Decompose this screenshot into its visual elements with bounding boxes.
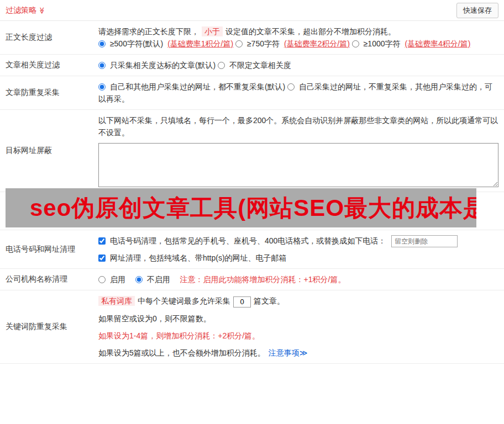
company-warning: 注意：启用此功能将增加积分消耗：+1积分/篇。 <box>180 275 346 284</box>
radio-label: ≥500字符(默认) <box>110 39 163 48</box>
row-label-dedup: 文章防重复采集 <box>0 76 98 109</box>
row-content: 私有词库中每个关键词最多允许采集篇文章。 如果留空或设为0，则不限篇数。 如果设… <box>98 290 504 363</box>
chevron-down-icon[interactable]: ≫ <box>38 7 46 14</box>
row-label-company: 公司机构名称清理 <box>0 269 98 290</box>
highlight-tag-private-lexicon: 私有词库 <box>98 296 135 306</box>
topbar: 过滤策略 ≫ 快速保存 <box>0 0 504 21</box>
row-dedup-collection: 文章防重复采集 自己和其他用户采集过的网址，都不重复采集(默认) 自己采集过的网… <box>0 76 504 110</box>
keyword-limit-text: 中每个关键词最多允许采集 <box>138 296 230 305</box>
highlight-tag-less-than: 小于 <box>202 26 223 36</box>
radio-label: 启用 <box>110 275 125 284</box>
radio-label: 只采集相关度达标的文章(默认) <box>110 61 216 70</box>
quick-save-button[interactable]: 快速保存 <box>456 3 498 18</box>
row-url-blocklist: 目标网址屏蔽 以下网站不采集，只填域名，每行一个，最多200个。系统会自动识别并… <box>0 110 504 192</box>
notes-link[interactable]: 注意事项≫ <box>269 348 308 357</box>
radio-company-on[interactable]: 启用 <box>98 275 128 284</box>
checkbox-label: 电话号码清理，包括常见的手机号、座机号、400电话格式，或替换成如下电话： <box>110 236 386 245</box>
radio-label: ≥750字符 <box>247 39 280 48</box>
blocklist-textarea[interactable] <box>98 143 498 187</box>
note-text: 如果设为5篇或以上，也不会额外增加积分消耗。 <box>98 348 265 357</box>
keyword-count-input[interactable] <box>233 296 251 308</box>
radio-length-750[interactable]: ≥750字符 (基础费率2积分/篇) <box>235 39 352 48</box>
row-label-blocklist: 目标网址屏蔽 <box>0 110 98 192</box>
radio-dedup-global[interactable]: 自己和其他用户采集过的网址，都不重复采集(默认) <box>98 82 287 91</box>
row-content-length-filter: 正文长度过滤 请选择需求的正文长度下限，小于设定值的文章不采集，超出部分不增加积… <box>0 21 504 55</box>
radio-length-500[interactable]: ≥500字符(默认) (基础费率1积分/篇) <box>98 39 235 48</box>
checkbox-url-cleanup[interactable]: 网址清理，包括纯域名、带http(s)的网址、电子邮箱 <box>98 253 287 262</box>
row-content: 只采集相关度达标的文章(默认) 不限定文章相关度 <box>98 55 504 76</box>
row-phone-url-cleanup: 电话号码和网址清理 电话号码清理，包括常见的手机号、座机号、400电话格式，或替… <box>0 230 504 269</box>
desc-text-post: 设定值的文章不采集，超出部分不增加积分消耗。 <box>225 27 396 36</box>
radio-label: 不启用 <box>147 275 170 284</box>
row-content: 自己和其他用户采集过的网址，都不重复采集(默认) 自己采集过的网址，不重复采集，… <box>98 76 504 109</box>
page-title-text: 过滤策略 <box>6 6 36 15</box>
checkbox-phone-cleanup[interactable]: 电话号码清理，包括常见的手机号、座机号、400电话格式，或替换成如下电话： <box>98 236 388 245</box>
radio-label: ≥1000字符 <box>364 39 401 48</box>
row-content: 电话号码清理，包括常见的手机号、座机号、400电话格式，或替换成如下电话： 网址… <box>98 230 504 268</box>
row-label-content-length: 正文长度过滤 <box>0 21 98 54</box>
keyword-limit-line: 私有词库中每个关键词最多允许采集篇文章。 <box>98 295 498 307</box>
radio-relevance-any[interactable]: 不限定文章相关度 <box>218 61 291 70</box>
checkbox-input-url-cleanup[interactable] <box>98 255 106 262</box>
keyword-limit-suffix: 篇文章。 <box>254 296 285 305</box>
row-label-keyword: 关键词防重复采集 <box>0 290 98 363</box>
radio-input-relevance-any[interactable] <box>218 62 225 69</box>
page-title: 过滤策略 ≫ <box>6 6 46 15</box>
radio-input-length-750[interactable] <box>235 40 243 47</box>
watermark-overlay: seo伪原创文章工具(网站SEO最大的成本是 <box>6 188 476 227</box>
content-length-desc: 请选择需求的正文长度下限，小于设定值的文章不采集，超出部分不增加积分消耗。 <box>98 25 498 38</box>
row-content: 启用 不启用 注意：启用此功能将增加积分消耗：+1积分/篇。 <box>98 269 504 290</box>
row-content: 以下网站不采集，只填域名，每行一个，最多200个。系统会自动识别并屏蔽那些非文章… <box>98 110 504 192</box>
checkbox-input-phone-cleanup[interactable] <box>98 237 106 245</box>
rate-text: (基础费率2积分/篇) <box>284 39 350 48</box>
blocklist-desc: 以下网站不采集，只填域名，每行一个，最多200个。系统会自动识别并屏蔽那些非文章… <box>98 114 498 139</box>
watermark-text: seo伪原创文章工具(网站SEO最大的成本是 <box>30 193 476 224</box>
row-company-cleanup: 公司机构名称清理 启用 不启用 注意：启用此功能将增加积分消耗：+1积分/篇。 <box>0 269 504 290</box>
radio-input-dedup-global[interactable] <box>98 83 106 91</box>
replacement-phone-input[interactable] <box>391 235 458 247</box>
row-label-phone-url: 电话号码和网址清理 <box>0 230 98 268</box>
radio-company-off[interactable]: 不启用 <box>135 275 172 284</box>
radio-relevance-strict[interactable]: 只采集相关度达标的文章(默认) <box>98 61 218 70</box>
rate-text: (基础费率1积分/篇) <box>167 39 233 48</box>
radio-label: 自己和其他用户采集过的网址，都不重复采集(默认) <box>110 82 285 91</box>
row-relevance-filter: 文章相关度过滤 只采集相关度达标的文章(默认) 不限定文章相关度 <box>0 55 504 76</box>
radio-input-company-on[interactable] <box>98 276 106 283</box>
checkbox-label: 网址清理，包括纯域名、带http(s)的网址、电子邮箱 <box>110 253 287 262</box>
rate-text: (基础费率4积分/篇) <box>405 39 470 48</box>
radio-input-company-off[interactable] <box>135 276 143 283</box>
keyword-note-zero: 如果留空或设为0，则不限篇数。 <box>98 312 498 325</box>
radio-input-dedup-self-only[interactable] <box>287 83 295 91</box>
radio-length-1000[interactable]: ≥1000字符 (基础费率4积分/篇) <box>352 39 471 48</box>
row-label-relevance: 文章相关度过滤 <box>0 55 98 76</box>
row-keyword-dedup: 关键词防重复采集 私有词库中每个关键词最多允许采集篇文章。 如果留空或设为0，则… <box>0 290 504 363</box>
keyword-note-five: 如果设为5篇或以上，也不会额外增加积分消耗。注意事项≫ <box>98 347 498 359</box>
radio-input-length-1000[interactable] <box>352 40 359 47</box>
row-content: 请选择需求的正文长度下限，小于设定值的文章不采集，超出部分不增加积分消耗。 ≥5… <box>98 21 504 54</box>
radio-label: 不限定文章相关度 <box>229 61 291 70</box>
radio-input-relevance-strict[interactable] <box>98 62 106 69</box>
radio-input-length-500[interactable] <box>98 40 106 47</box>
keyword-note-cost: 如果设为1-4篇，则增加积分消耗：+2积分/篇。 <box>98 330 498 342</box>
desc-text-pre: 请选择需求的正文长度下限， <box>98 27 199 36</box>
